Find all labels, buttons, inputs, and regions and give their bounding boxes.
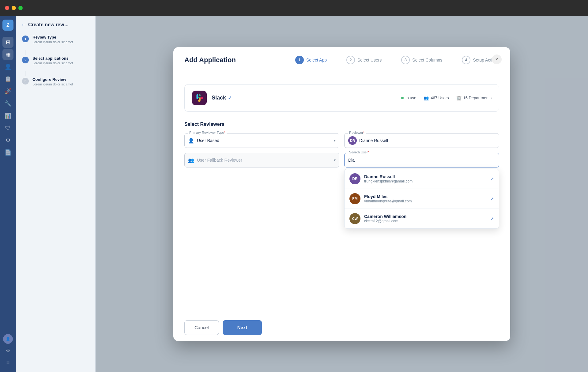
- wizard-circle-1: 1: [295, 56, 304, 64]
- bottom-menu-icon[interactable]: ≡: [2, 357, 13, 368]
- step-number-3: 3: [22, 78, 29, 85]
- user-email-1: vuhaithuongnute@gmail.com: [364, 199, 487, 203]
- user-name-1: Floyd Miles: [364, 194, 487, 199]
- titlebar: [0, 0, 588, 16]
- step-content-3: Configure Review Lorem ipsum dolor sit a…: [32, 77, 90, 86]
- sidebar-item-documents[interactable]: 📋: [2, 73, 13, 85]
- wizard-connector-1: [329, 60, 344, 60]
- primary-reviewer-type-label: Primary Reviewer Type: [188, 131, 227, 134]
- dropdown-item-1[interactable]: FM Floyd Miles vuhaithuongnute@gmail.com…: [345, 189, 499, 209]
- modal-footer: Cancel Next: [173, 314, 510, 341]
- search-user-input[interactable]: [344, 153, 499, 167]
- app-logo[interactable]: Z: [2, 20, 13, 31]
- sidebar-item-launch[interactable]: 🚀: [2, 86, 13, 97]
- left-panel: ← Create new revi... 1 Review Type Lorem…: [16, 16, 96, 372]
- section-title: Select Reviewers: [184, 122, 499, 127]
- departments-icon: 🏢: [456, 96, 462, 100]
- user-email-0: trungkienspktnd@gamail.com: [364, 179, 487, 183]
- wizard-circle-2: 2: [346, 56, 355, 64]
- sidebar-item-security[interactable]: 🛡: [2, 122, 13, 133]
- wizard-connector-2: [384, 60, 399, 60]
- app-card-stats: In use 👥 467 Users 🏢 15 Departments: [401, 96, 492, 100]
- in-use-badge: In use: [401, 96, 416, 100]
- wizard-step-2: 2 Select Users: [346, 56, 382, 64]
- external-link-2[interactable]: ↗: [490, 216, 494, 221]
- user-avatar[interactable]: 👤: [3, 334, 13, 344]
- step-content-2: Select applications Lorem ipsum dolor si…: [32, 56, 90, 65]
- step-content-1: Review Type Lorem ipsum dolor sit amet: [32, 35, 90, 44]
- step-item-configure: 3 Configure Review Lorem ipsum dolor sit…: [21, 77, 90, 86]
- next-button[interactable]: Next: [223, 320, 262, 335]
- step-number-1: 1: [22, 36, 29, 42]
- icon-bar: Z ⊞ ▦ 👤 📋 🚀 🔧 📊 🛡 ⚙ 📄 👤 ⚙ ≡: [0, 16, 16, 372]
- reviewer-display: DR Dianne Russell: [344, 133, 499, 148]
- dropdown-item-2[interactable]: CW Cameron Williamson ckctm12@gmail.com …: [345, 209, 499, 228]
- step-desc-3: Lorem ipsum dolor sit amet: [32, 82, 90, 86]
- step-item-select-apps: 2 Select applications Lorem ipsum dolor …: [21, 56, 90, 65]
- form-row-2: 👥 User Fallback Reviewer ▾ Search User: [184, 153, 499, 167]
- slack-logo: [192, 91, 207, 105]
- wizard-label-2: Select Users: [357, 58, 382, 62]
- sidebar-item-tools[interactable]: 🔧: [2, 98, 13, 109]
- wizard-label-3: Select Columns: [412, 58, 442, 62]
- step-title-2: Select applications: [32, 56, 90, 61]
- user-avatar-cw: CW: [349, 213, 360, 224]
- dropdown-item-0[interactable]: DR Dianne Russell trungkienspktnd@gamail…: [345, 169, 499, 189]
- search-user-group: Search User DR Dianne Russell trungkiens…: [344, 153, 499, 167]
- bottom-settings-icon[interactable]: ⚙: [2, 345, 13, 356]
- user-avatar-dr: DR: [349, 173, 360, 184]
- cancel-button[interactable]: Cancel: [184, 320, 219, 335]
- primary-reviewer-type-select[interactable]: User Based: [184, 133, 339, 148]
- user-info-1: Floyd Miles vuhaithuongnute@gmail.com: [364, 194, 487, 203]
- fallback-reviewer-select[interactable]: User Fallback Reviewer: [184, 153, 339, 167]
- sidebar-item-dashboard[interactable]: ⊞: [2, 37, 13, 48]
- app-container: Z ⊞ ▦ 👤 📋 🚀 🔧 📊 🛡 ⚙ 📄 👤 ⚙ ≡ ← Create new…: [0, 16, 588, 372]
- back-button[interactable]: ←: [21, 22, 26, 28]
- sidebar-item-settings[interactable]: ⚙: [2, 135, 13, 146]
- wizard-circle-4: 4: [462, 56, 470, 64]
- form-row-1: Primary Reviewer Type 👤 User Based ▾ Rev…: [184, 133, 499, 148]
- minimize-traffic-light[interactable]: [12, 6, 16, 10]
- sidebar-item-grid[interactable]: ▦: [2, 49, 13, 60]
- users-stat: 👥 467 Users: [424, 96, 449, 100]
- app-name: Slack ✓: [212, 95, 232, 101]
- steps-wizard: 1 Select App 2 Select Users 3: [295, 56, 499, 64]
- wizard-circle-3: 3: [401, 56, 410, 64]
- users-icon: 👥: [424, 96, 429, 100]
- main-content: Add Application 1 Select App 2 Select Us…: [96, 16, 588, 372]
- icon-bar-bottom: 👤 ⚙ ≡: [2, 334, 13, 368]
- user-name-0: Dianne Russell: [364, 174, 487, 179]
- external-link-1[interactable]: ↗: [490, 196, 494, 201]
- close-traffic-light[interactable]: [5, 6, 9, 10]
- departments-stat: 🏢 15 Departments: [456, 96, 492, 100]
- user-email-2: ckctm12@gmail.com: [364, 219, 487, 223]
- app-card: Slack ✓ In use 👥 467 Users: [184, 84, 499, 112]
- sidebar-item-reports[interactable]: 📊: [2, 110, 13, 121]
- search-user-label: Search User: [348, 150, 370, 154]
- step-number-2: 2: [22, 57, 29, 63]
- fullscreen-traffic-light[interactable]: [18, 6, 23, 10]
- step-divider-1: [25, 50, 25, 55]
- step-desc-2: Lorem ipsum dolor sit amet: [32, 61, 90, 65]
- step-divider-2: [25, 71, 25, 76]
- sidebar-item-users[interactable]: 👤: [2, 61, 13, 72]
- user-avatar-fm: FM: [349, 193, 360, 204]
- panel-title: Create new revi...: [28, 22, 69, 28]
- reviewer-label: Reviewer: [348, 131, 366, 134]
- wizard-step-3: 3 Select Columns: [401, 56, 442, 64]
- reviewer-group: Reviewer DR Dianne Russell: [344, 133, 499, 148]
- wizard-label-1: Select App: [306, 58, 327, 62]
- external-link-0[interactable]: ↗: [490, 176, 494, 181]
- user-info-0: Dianne Russell trungkienspktnd@gamail.co…: [364, 174, 487, 183]
- close-button[interactable]: ×: [492, 54, 502, 64]
- modal: Add Application 1 Select App 2 Select Us…: [173, 47, 510, 341]
- wizard-connector-3: [445, 60, 459, 60]
- modal-body: Slack ✓ In use 👥 467 Users: [173, 72, 510, 314]
- primary-reviewer-type-group: Primary Reviewer Type 👤 User Based ▾: [184, 133, 339, 148]
- user-name-2: Cameron Williamson: [364, 214, 487, 219]
- modal-overlay: Add Application 1 Select App 2 Select Us…: [96, 16, 588, 372]
- modal-header: Add Application 1 Select App 2 Select Us…: [173, 47, 510, 72]
- step-title-3: Configure Review: [32, 77, 90, 82]
- app-card-left: Slack ✓: [192, 91, 232, 105]
- sidebar-item-clipboard[interactable]: 📄: [2, 147, 13, 158]
